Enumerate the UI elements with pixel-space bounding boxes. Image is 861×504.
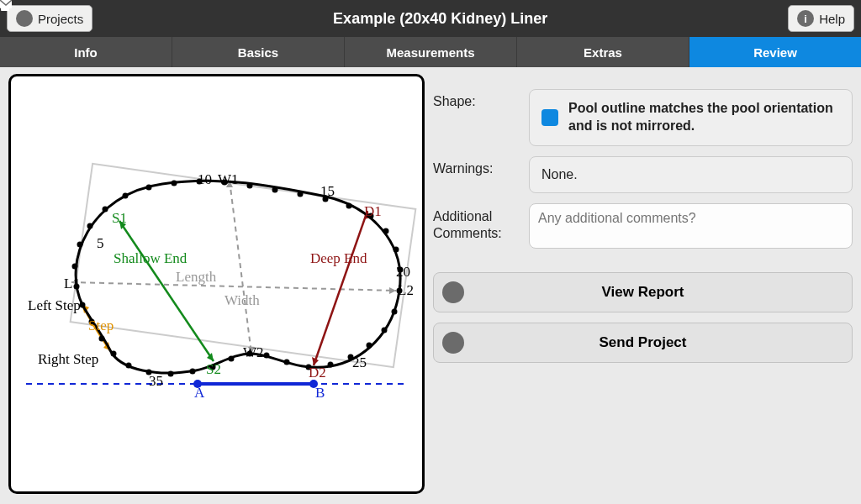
warnings-box: None. bbox=[529, 156, 853, 193]
view-report-label: View Report bbox=[473, 284, 852, 301]
svg-point-55 bbox=[229, 356, 235, 362]
svg-point-29 bbox=[87, 223, 93, 229]
svg-point-37 bbox=[272, 187, 278, 193]
send-project-button[interactable]: Send Project bbox=[433, 323, 853, 363]
label-right-step: Right Step bbox=[38, 351, 98, 367]
check-icon[interactable] bbox=[541, 109, 558, 126]
svg-point-53 bbox=[264, 353, 270, 359]
label-length: Length bbox=[176, 269, 217, 285]
svg-point-48 bbox=[367, 343, 372, 349]
svg-point-27 bbox=[72, 264, 78, 270]
comments-label: Additional Comments: bbox=[433, 203, 517, 242]
svg-point-36 bbox=[247, 183, 253, 189]
svg-point-62 bbox=[99, 336, 105, 342]
svg-point-31 bbox=[123, 193, 129, 199]
svg-marker-9 bbox=[389, 287, 396, 294]
svg-line-7 bbox=[71, 282, 396, 291]
svg-line-10 bbox=[230, 181, 251, 354]
list-icon bbox=[16, 10, 33, 27]
svg-point-28 bbox=[77, 242, 83, 248]
svg-point-50 bbox=[328, 362, 334, 368]
tab-info[interactable]: Info bbox=[0, 37, 172, 67]
tab-bar: Info Basics Measurements Extras Review bbox=[0, 37, 861, 67]
svg-point-38 bbox=[298, 192, 304, 197]
svg-line-17 bbox=[119, 221, 214, 361]
document-icon bbox=[442, 281, 464, 303]
label-15: 15 bbox=[320, 183, 335, 199]
label-b: B bbox=[315, 385, 325, 401]
label-25: 25 bbox=[352, 354, 367, 370]
svg-point-58 bbox=[168, 371, 174, 377]
shape-text: Pool outline matches the pool orientatio… bbox=[568, 100, 840, 135]
tab-measurements[interactable]: Measurements bbox=[345, 37, 517, 67]
label-width: Width bbox=[224, 292, 260, 308]
svg-point-42 bbox=[383, 228, 389, 234]
label-w1: W1 bbox=[218, 171, 239, 187]
label-step: Step bbox=[88, 318, 114, 333]
page-title: Example (20x40 Kidney) Liner bbox=[92, 10, 788, 28]
pool-diagram: L1 L2 W1 W2 S1 S2 D1 D2 A B Shallow End … bbox=[8, 74, 425, 494]
label-d2: D2 bbox=[309, 365, 326, 381]
svg-point-40 bbox=[346, 203, 352, 209]
projects-label: Projects bbox=[38, 12, 83, 26]
label-10: 10 bbox=[198, 171, 212, 187]
info-icon: i bbox=[797, 10, 814, 27]
svg-point-32 bbox=[146, 185, 152, 191]
svg-point-46 bbox=[392, 309, 398, 315]
label-s1: S1 bbox=[112, 210, 127, 226]
label-d1: D1 bbox=[364, 203, 382, 219]
warnings-text: None. bbox=[541, 167, 578, 182]
svg-point-52 bbox=[284, 360, 290, 365]
svg-point-61 bbox=[111, 351, 117, 357]
label-deep: Deep End bbox=[310, 250, 367, 266]
label-5: 5 bbox=[97, 235, 104, 251]
warnings-label: Warnings: bbox=[433, 156, 517, 176]
label-s2: S2 bbox=[206, 361, 221, 377]
comments-input[interactable] bbox=[529, 203, 853, 249]
tab-extras[interactable]: Extras bbox=[517, 37, 689, 67]
svg-point-30 bbox=[103, 207, 108, 213]
label-l1: L1 bbox=[64, 276, 80, 291]
label-shallow: Shallow End bbox=[114, 250, 188, 266]
projects-button[interactable]: Projects bbox=[7, 5, 92, 32]
help-label: Help bbox=[819, 12, 845, 26]
label-left-step: Left Step bbox=[28, 297, 81, 313]
shape-label: Shape: bbox=[433, 89, 517, 109]
svg-point-43 bbox=[394, 247, 399, 253]
label-l2: L2 bbox=[398, 282, 414, 298]
svg-point-57 bbox=[190, 369, 196, 375]
view-report-button[interactable]: View Report bbox=[433, 272, 853, 312]
svg-point-33 bbox=[172, 181, 177, 186]
label-20: 20 bbox=[396, 264, 410, 280]
mail-icon bbox=[442, 332, 464, 354]
svg-point-47 bbox=[382, 328, 388, 333]
send-project-label: Send Project bbox=[473, 334, 852, 351]
label-35: 35 bbox=[149, 373, 163, 389]
label-a: A bbox=[194, 385, 205, 401]
shape-confirm-box[interactable]: Pool outline matches the pool orientatio… bbox=[529, 89, 853, 146]
svg-point-60 bbox=[126, 363, 132, 369]
tab-review[interactable]: Review bbox=[689, 37, 861, 67]
help-button[interactable]: i Help bbox=[788, 5, 854, 32]
label-w2: W2 bbox=[243, 344, 264, 360]
tab-basics[interactable]: Basics bbox=[172, 37, 345, 67]
